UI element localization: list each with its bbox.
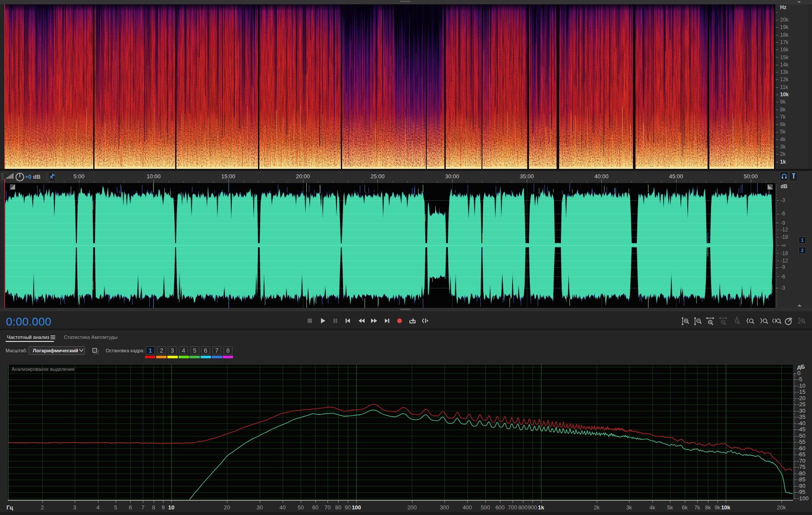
svg-text:Анализированое выделение: Анализированое выделение [12,367,75,372]
